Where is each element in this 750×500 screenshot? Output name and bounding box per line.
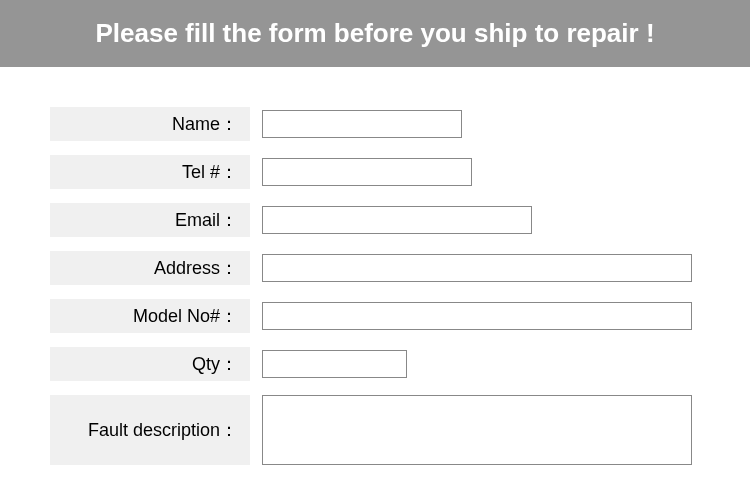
qty-label: Qty：: [50, 347, 250, 381]
model-input[interactable]: [262, 302, 692, 330]
fault-input[interactable]: [262, 395, 692, 465]
form-row-tel: Tel #：: [50, 155, 700, 189]
name-input[interactable]: [262, 110, 462, 138]
fault-label: Fault description：: [50, 395, 250, 465]
form-row-fault: Fault description：: [50, 395, 700, 465]
header-title: Please fill the form before you ship to …: [95, 18, 654, 48]
email-label: Email：: [50, 203, 250, 237]
form-row-email: Email：: [50, 203, 700, 237]
form-row-address: Address：: [50, 251, 700, 285]
form-row-qty: Qty：: [50, 347, 700, 381]
name-label: Name：: [50, 107, 250, 141]
qty-input[interactable]: [262, 350, 407, 378]
address-input[interactable]: [262, 254, 692, 282]
tel-label: Tel #：: [50, 155, 250, 189]
form-container: Name： Tel #： Email： Address： Model No#： …: [0, 67, 750, 499]
form-row-model: Model No#：: [50, 299, 700, 333]
address-label: Address：: [50, 251, 250, 285]
form-header: Please fill the form before you ship to …: [0, 0, 750, 67]
email-input[interactable]: [262, 206, 532, 234]
model-label: Model No#：: [50, 299, 250, 333]
form-row-name: Name：: [50, 107, 700, 141]
tel-input[interactable]: [262, 158, 472, 186]
